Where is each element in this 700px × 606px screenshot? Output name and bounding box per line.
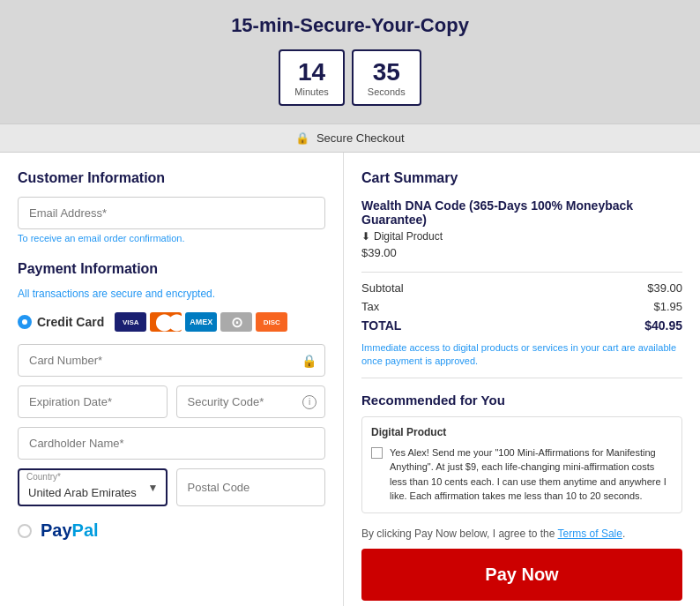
product-name: Wealth DNA Code (365-Days 100% Moneyback… bbox=[361, 198, 682, 227]
expiry-security-row: i bbox=[18, 385, 325, 418]
pay-now-button[interactable]: Pay Now bbox=[361, 549, 682, 601]
rec-checkbox[interactable] bbox=[371, 447, 383, 459]
payment-secure-text: All transactions are secure and encrypte… bbox=[18, 288, 325, 300]
total-row: TOTAL $40.95 bbox=[361, 318, 682, 333]
email-group: To receive an email order confirmation. bbox=[18, 197, 325, 243]
expiration-group bbox=[18, 385, 168, 418]
mastercard-icon: ⬤⬤ bbox=[150, 312, 182, 332]
cardholder-input[interactable] bbox=[18, 427, 325, 460]
card-number-group: 🔒 bbox=[18, 344, 325, 377]
visa-icon: VISA bbox=[115, 312, 146, 332]
minutes-label: Minutes bbox=[294, 86, 329, 97]
secure-checkout-label: Secure Checkout bbox=[316, 131, 405, 145]
page-title: 15-min-Secure-Your-Copy bbox=[18, 14, 682, 37]
tax-label: Tax bbox=[361, 300, 379, 313]
subtotal-value: $39.00 bbox=[647, 281, 682, 295]
paypal-row[interactable]: PayPal bbox=[18, 520, 325, 541]
security-code-group: i bbox=[176, 385, 326, 418]
terms-text: By clicking Pay Now below, I agree to th… bbox=[361, 527, 682, 540]
tax-row: Tax $1.95 bbox=[361, 300, 682, 313]
discover-icon: DISC bbox=[256, 312, 287, 332]
card-number-input[interactable] bbox=[18, 344, 325, 377]
minutes-value: 14 bbox=[294, 58, 329, 86]
rec-text: Yes Alex! Send me your "100 Mini-Affirma… bbox=[390, 445, 673, 504]
country-postal-row: Country* United Arab Emirates United Sta… bbox=[18, 468, 325, 506]
country-select[interactable]: United Arab Emirates United States Unite… bbox=[18, 468, 168, 506]
tax-value: $1.95 bbox=[653, 300, 682, 313]
terms-link[interactable]: Terms of Sale bbox=[558, 527, 622, 540]
total-label: TOTAL bbox=[361, 318, 401, 333]
lock-icon: 🔒 bbox=[295, 131, 309, 145]
access-note: Immediate access to digital products or … bbox=[361, 341, 682, 369]
country-group: Country* United Arab Emirates United Sta… bbox=[18, 468, 168, 506]
cardholder-group bbox=[18, 427, 325, 460]
minutes-box: 14 Minutes bbox=[279, 49, 345, 106]
digital-product-label: ⬇ Digital Product bbox=[361, 230, 682, 243]
card-icons: VISA ⬤⬤ AMEX ⊙ DISC bbox=[115, 312, 287, 332]
subtotal-label: Subtotal bbox=[361, 281, 404, 295]
left-column: Customer Information To receive an email… bbox=[0, 153, 344, 606]
payment-section-title: Payment Information bbox=[18, 261, 325, 277]
right-column: Cart Summary Wealth DNA Code (365-Days 1… bbox=[344, 153, 700, 606]
email-hint: To receive an email order confirmation. bbox=[18, 233, 325, 243]
rec-product-label: Digital Product bbox=[371, 426, 673, 438]
seconds-value: 35 bbox=[368, 58, 406, 86]
credit-card-radio-label[interactable]: Credit Card bbox=[18, 315, 104, 329]
total-value: $40.95 bbox=[644, 318, 682, 333]
diners-icon: ⊙ bbox=[220, 312, 252, 332]
paypal-logo: PayPal bbox=[41, 520, 99, 541]
amex-icon: AMEX bbox=[185, 312, 217, 332]
card-lock-icon: 🔒 bbox=[302, 354, 316, 368]
seconds-box: 35 Seconds bbox=[352, 49, 421, 106]
postal-group bbox=[176, 468, 326, 506]
cart-title: Cart Summary bbox=[361, 170, 682, 186]
postal-input[interactable] bbox=[176, 468, 326, 506]
secure-checkout-bar: 🔒 Secure Checkout bbox=[0, 123, 700, 153]
divider-1 bbox=[361, 272, 682, 273]
recommended-title: Recommended for You bbox=[361, 393, 682, 408]
expiration-input[interactable] bbox=[18, 385, 168, 418]
credit-card-radio[interactable] bbox=[18, 315, 32, 329]
header-banner: 15-min-Secure-Your-Copy 14 Minutes 35 Se… bbox=[0, 0, 700, 123]
security-code-info-icon: i bbox=[302, 395, 316, 409]
divider-2 bbox=[361, 378, 682, 378]
seconds-label: Seconds bbox=[368, 86, 406, 97]
product-price: $39.00 bbox=[361, 246, 682, 259]
payment-method-credit-card: Credit Card VISA ⬤⬤ AMEX ⊙ DISC bbox=[18, 312, 325, 332]
subtotal-row: Subtotal $39.00 bbox=[361, 281, 682, 295]
paypal-radio[interactable] bbox=[18, 524, 32, 538]
email-input[interactable] bbox=[18, 197, 325, 229]
countdown-timer: 14 Minutes 35 Seconds bbox=[279, 49, 421, 106]
download-icon: ⬇ bbox=[361, 230, 370, 243]
credit-card-label: Credit Card bbox=[37, 315, 104, 329]
rec-checkbox-row: Yes Alex! Send me your "100 Mini-Affirma… bbox=[371, 445, 673, 504]
customer-section-title: Customer Information bbox=[18, 170, 325, 186]
recommended-box: Digital Product Yes Alex! Send me your "… bbox=[361, 416, 682, 513]
payment-section: Payment Information All transactions are… bbox=[18, 261, 325, 541]
main-content: Customer Information To receive an email… bbox=[0, 153, 700, 606]
